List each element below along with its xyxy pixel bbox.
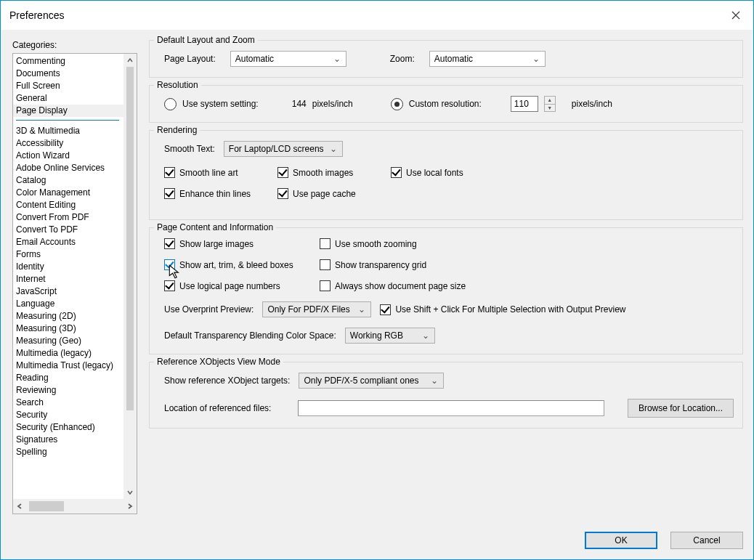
category-item[interactable]: JavaScript <box>13 285 123 298</box>
group-rendering: Rendering Smooth Text: For Laptop/LCD sc… <box>149 130 743 220</box>
chevron-down-icon: ⌄ <box>530 54 542 64</box>
group-page-content: Page Content and Information Show large … <box>149 227 743 354</box>
checkbox-show-large-images[interactable]: Show large images <box>164 238 320 249</box>
category-item[interactable]: Color Management <box>13 187 123 199</box>
browse-location-button[interactable]: Browse for Location... <box>628 399 734 418</box>
checkbox-show-transparency-grid[interactable]: Show transparency grid <box>320 259 426 270</box>
scroll-down-icon[interactable] <box>123 486 137 499</box>
group-title-page-content: Page Content and Information <box>154 222 276 232</box>
category-item[interactable]: Full Screen <box>13 80 123 92</box>
scroll-thumb[interactable] <box>126 67 134 410</box>
location-field[interactable] <box>298 400 604 416</box>
checkbox-enhance-thin-lines[interactable]: Enhance thin lines <box>164 188 277 199</box>
custom-unit: pixels/inch <box>572 99 612 109</box>
page-layout-value: Automatic <box>235 54 331 64</box>
zoom-label: Zoom: <box>390 54 415 64</box>
radio-use-system[interactable] <box>164 98 177 110</box>
group-title-rendering: Rendering <box>154 125 200 135</box>
category-separator <box>16 120 119 121</box>
group-title-resolution: Resolution <box>154 80 201 90</box>
smooth-text-dropdown[interactable]: For Laptop/LCD screens ⌄ <box>224 141 343 157</box>
category-item[interactable]: Accessibility <box>13 137 123 150</box>
hscroll-thumb[interactable] <box>29 501 64 511</box>
category-item[interactable]: Security (Enhanced) <box>13 421 123 434</box>
spinner-down-icon[interactable]: ▼ <box>545 105 555 112</box>
dialog-body: Categories: CommentingDocumentsFull Scre… <box>1 30 753 524</box>
close-icon <box>731 11 740 20</box>
chevron-down-icon: ⌄ <box>356 304 368 315</box>
category-item[interactable]: Page Display <box>13 105 123 117</box>
ok-button[interactable]: OK <box>585 532 657 549</box>
checkbox-show-art-trim-bleed[interactable]: Show art, trim, & bleed boxes <box>164 259 320 270</box>
categories-listbox[interactable]: CommentingDocumentsFull ScreenGeneralPag… <box>12 53 137 514</box>
category-item[interactable]: Internet <box>13 273 123 285</box>
category-item[interactable]: Reading <box>13 372 123 384</box>
checkbox-always-show-doc-page-size[interactable]: Always show document page size <box>320 280 466 291</box>
checkbox-shift-click-output-preview[interactable]: Use Shift + Click For Multiple Selection… <box>380 304 625 315</box>
category-item[interactable]: Forms <box>13 248 123 261</box>
window-title: Preferences <box>9 9 64 21</box>
group-title-xobjects: Reference XObjects View Mode <box>154 357 283 367</box>
category-item[interactable]: Measuring (Geo) <box>13 335 123 347</box>
chevron-down-icon: ⌄ <box>429 376 440 386</box>
category-item[interactable]: Spelling <box>13 446 123 458</box>
settings-panel: Default Layout and Zoom Page Layout: Aut… <box>149 40 743 514</box>
vertical-scrollbar[interactable] <box>123 54 137 499</box>
page-layout-dropdown[interactable]: Automatic ⌄ <box>230 51 346 67</box>
overprint-label: Use Overprint Preview: <box>164 304 254 315</box>
spinner-up-icon[interactable]: ▲ <box>545 97 555 105</box>
category-item[interactable]: Security <box>13 409 123 421</box>
overprint-dropdown[interactable]: Only For PDF/X Files ⌄ <box>262 301 371 317</box>
custom-resolution-input[interactable] <box>511 96 538 112</box>
checkbox-smooth-line-art[interactable]: Smooth line art <box>164 167 277 178</box>
blending-dropdown[interactable]: Working RGB ⌄ <box>345 328 435 344</box>
category-item[interactable]: General <box>13 92 123 105</box>
close-button[interactable] <box>723 4 749 26</box>
category-item[interactable]: Email Accounts <box>13 236 123 248</box>
category-item[interactable]: Reviewing <box>13 384 123 397</box>
category-item[interactable]: Commenting <box>13 55 123 68</box>
category-item[interactable]: Content Editing <box>13 199 123 211</box>
group-resolution: Resolution Use system setting: 144 pixel… <box>149 85 743 123</box>
scroll-left-icon[interactable] <box>13 500 26 513</box>
zoom-value: Automatic <box>434 54 530 64</box>
category-item[interactable]: Measuring (3D) <box>13 322 123 335</box>
checkbox-use-logical-page-numbers[interactable]: Use logical page numbers <box>164 280 320 291</box>
category-item[interactable]: Documents <box>13 68 123 80</box>
category-item[interactable]: Identity <box>13 261 123 273</box>
blending-value: Working RGB <box>350 330 420 341</box>
checkbox-use-page-cache[interactable]: Use page cache <box>277 188 356 199</box>
category-item[interactable]: Multimedia (legacy) <box>13 347 123 360</box>
category-item[interactable]: 3D & Multimedia <box>13 125 123 137</box>
category-item[interactable]: Measuring (2D) <box>13 310 123 322</box>
category-item[interactable]: Action Wizard <box>13 150 123 162</box>
checkbox-use-smooth-zooming[interactable]: Use smooth zooming <box>320 238 417 249</box>
custom-label: Custom resolution: <box>409 99 482 109</box>
checkbox-use-local-fonts[interactable]: Use local fonts <box>391 167 463 178</box>
category-item[interactable]: Convert To PDF <box>13 224 123 236</box>
category-item[interactable]: Catalog <box>13 174 123 187</box>
chevron-down-icon: ⌄ <box>331 54 343 64</box>
radio-custom[interactable] <box>391 98 403 110</box>
category-item[interactable]: Multimedia Trust (legacy) <box>13 360 123 372</box>
scroll-up-icon[interactable] <box>123 54 137 67</box>
category-item[interactable]: Adobe Online Services <box>13 162 123 174</box>
resolution-spinner[interactable]: ▲▼ <box>544 96 556 112</box>
zoom-dropdown[interactable]: Automatic ⌄ <box>429 51 546 67</box>
dialog-footer: OK Cancel <box>1 524 753 559</box>
system-value: 144 <box>292 99 307 109</box>
category-item[interactable]: Language <box>13 298 123 310</box>
smooth-text-value: For Laptop/LCD screens <box>229 144 328 154</box>
xobject-targets-dropdown[interactable]: Only PDF/X-5 compliant ones ⌄ <box>299 373 444 389</box>
scroll-right-icon[interactable] <box>123 500 137 513</box>
chevron-down-icon: ⌄ <box>420 330 431 341</box>
horizontal-scrollbar[interactable] <box>13 499 137 514</box>
category-item[interactable]: Search <box>13 397 123 409</box>
cancel-button[interactable]: Cancel <box>670 532 743 549</box>
blending-label: Default Transparency Blending Color Spac… <box>164 330 336 341</box>
preferences-window: Preferences Categories: CommentingDocume… <box>0 0 754 560</box>
page-layout-label: Page Layout: <box>164 54 216 64</box>
category-item[interactable]: Convert From PDF <box>13 211 123 224</box>
category-item[interactable]: Signatures <box>13 434 123 446</box>
checkbox-smooth-images[interactable]: Smooth images <box>277 167 391 178</box>
